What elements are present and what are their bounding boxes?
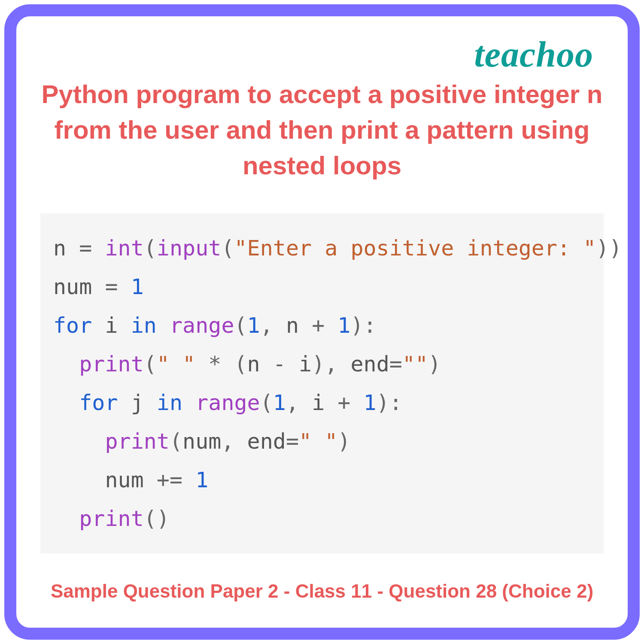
card: teachoo Python program to accept a posit…	[4, 4, 640, 640]
code-line-3: for i in range(1, n + 1):	[53, 313, 377, 338]
code-line-7: num += 1	[53, 468, 208, 492]
code-line-4: print(" " * (n - i), end="")	[53, 352, 441, 377]
code-line-6: print(num, end=" ")	[53, 429, 350, 454]
code-line-5: for j in range(1, i + 1):	[53, 390, 402, 415]
page-title: Python program to accept a positive inte…	[38, 77, 606, 183]
code-line-8: print()	[53, 506, 170, 531]
code-line-2: num = 1	[53, 274, 144, 299]
footer-caption: Sample Question Paper 2 - Class 11 - Que…	[38, 580, 606, 606]
brand-logo: teachoo	[38, 33, 606, 75]
code-block: n = int(input("Enter a positive integer:…	[40, 213, 604, 553]
code-line-1: n = int(input("Enter a positive integer:…	[53, 236, 622, 261]
